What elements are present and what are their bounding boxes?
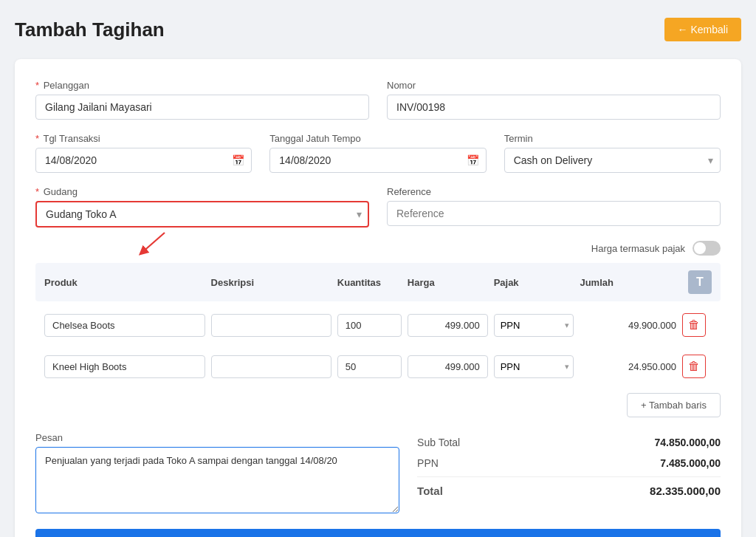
row2-delete-button[interactable]: 🗑 (682, 355, 706, 378)
row2-produk-input[interactable] (44, 355, 205, 378)
summary-total-row: Total 82.335.000,00 (417, 480, 721, 502)
label-reference: Reference (387, 186, 721, 197)
group-reference: Reference (387, 186, 721, 228)
back-button[interactable]: ← Kembali (664, 18, 741, 41)
t-icon: T (688, 270, 712, 294)
ppn-value: 7.485.000,00 (660, 457, 721, 469)
tanggal-jatuh-tempo-input[interactable] (269, 148, 486, 173)
row-tanggal-termin: * Tgl Transaksi 📅 Tanggal Jatuh Tempo 📅 … (35, 133, 721, 173)
label-termin: Termin (504, 133, 721, 144)
table-section: Produk Deskripsi Kuantitas Harga Pajak J… (35, 263, 721, 417)
t-icon-cell: T (682, 270, 712, 294)
label-tgl-transaksi: * Tgl Transaksi (35, 133, 252, 144)
sub-total-value: 74.850.000,00 (654, 437, 721, 448)
harga-pajak-wrapper: Harga termasuk pajak (35, 241, 721, 256)
gudang-select[interactable]: Gudang Toko A (35, 201, 369, 228)
group-gudang: * Gudang Gudang Toko A ▾ (35, 186, 369, 228)
tanggal-jatuh-tempo-wrapper: 📅 (269, 148, 486, 173)
sub-total-label: Sub Total (417, 437, 460, 448)
row1-produk-input[interactable] (44, 314, 205, 337)
pelanggan-input[interactable] (35, 95, 369, 120)
required-pelanggan: * (35, 80, 39, 91)
save-button[interactable]: 💾 Simpan (35, 529, 721, 537)
summary-divider (417, 476, 721, 477)
label-nomor: Nomor (387, 80, 721, 91)
summary-section: Sub Total 74.850.000,00 PPN 7.485.000,00… (417, 432, 721, 502)
gudang-select-wrapper: Gudang Toko A ▾ (35, 201, 369, 228)
tgl-transaksi-input[interactable] (35, 148, 252, 173)
pesan-textarea[interactable]: Penjualan yang terjadi pada Toko A sampa… (35, 447, 399, 513)
group-tgl-transaksi: * Tgl Transaksi 📅 (35, 133, 252, 173)
group-nomor: Nomor (387, 80, 721, 120)
harga-pajak-toggle[interactable] (693, 241, 721, 256)
row1-jumlah: 49.900.000 (580, 320, 676, 331)
group-pelanggan: * Pelanggan (35, 80, 369, 120)
pesan-label: Pesan (35, 432, 399, 443)
bottom-section: Pesan Penjualan yang terjadi pada Toko A… (35, 432, 721, 516)
add-row-button[interactable]: + Tambah baris (627, 393, 721, 417)
group-tanggal-jatuh-tempo: Tanggal Jatuh Tempo 📅 (269, 133, 486, 173)
ppn-label: PPN (417, 457, 439, 469)
table-header: Produk Deskripsi Kuantitas Harga Pajak J… (35, 263, 721, 301)
row1-pajak-wrapper: PPN ▾ (494, 314, 574, 337)
reference-input[interactable] (387, 201, 721, 226)
row1-delete-button[interactable]: 🗑 (682, 313, 706, 337)
form-card: * Pelanggan Nomor * Tgl Transaksi 📅 (15, 59, 741, 537)
row1-kuantitas-input[interactable] (337, 314, 402, 337)
col-jumlah: Jumlah (580, 277, 676, 288)
row1-pajak-select[interactable]: PPN (494, 314, 574, 337)
page-title: Tambah Tagihan (15, 18, 165, 41)
table-row: PPN ▾ 24.950.000 🗑 (35, 349, 721, 384)
row1-deskripsi-input[interactable] (211, 314, 331, 337)
col-deskripsi: Deskripsi (211, 277, 331, 288)
harga-pajak-label: Harga termasuk pajak (591, 243, 685, 254)
pesan-section: Pesan Penjualan yang terjadi pada Toko A… (35, 432, 399, 516)
table-row: PPN ▾ 49.900.000 🗑 (35, 307, 721, 343)
tambah-baris-wrapper: + Tambah baris (35, 390, 721, 417)
label-pelanggan: * Pelanggan (35, 80, 369, 91)
nomor-input[interactable] (387, 95, 721, 120)
termin-select-wrapper: Cash on Delivery ▾ (504, 148, 721, 173)
row2-jumlah: 24.950.000 (580, 361, 676, 372)
row-gudang-reference: * Gudang Gudang Toko A ▾ (35, 186, 721, 228)
tgl-transaksi-wrapper: 📅 (35, 148, 252, 173)
summary-ppn-row: PPN 7.485.000,00 (417, 453, 721, 473)
label-gudang: * Gudang (35, 186, 369, 197)
col-produk: Produk (44, 277, 205, 288)
total-value: 82.335.000,00 (650, 485, 721, 497)
termin-select[interactable]: Cash on Delivery (504, 148, 721, 173)
row2-pajak-wrapper: PPN ▾ (494, 355, 574, 378)
col-pajak: Pajak (494, 277, 574, 288)
row2-pajak-select[interactable]: PPN (494, 355, 574, 378)
col-kuantitas: Kuantitas (337, 277, 402, 288)
row-pelanggan-nomor: * Pelanggan Nomor (35, 80, 721, 120)
row2-kuantitas-input[interactable] (337, 355, 402, 378)
total-label: Total (417, 485, 443, 497)
summary-sub-total-row: Sub Total 74.850.000,00 (417, 432, 721, 453)
group-termin: Termin Cash on Delivery ▾ (504, 133, 721, 173)
row2-deskripsi-input[interactable] (211, 355, 331, 378)
col-harga: Harga (408, 277, 488, 288)
row2-harga-input[interactable] (408, 355, 488, 378)
label-tanggal-jatuh-tempo: Tanggal Jatuh Tempo (269, 133, 486, 144)
row1-harga-input[interactable] (408, 314, 488, 337)
